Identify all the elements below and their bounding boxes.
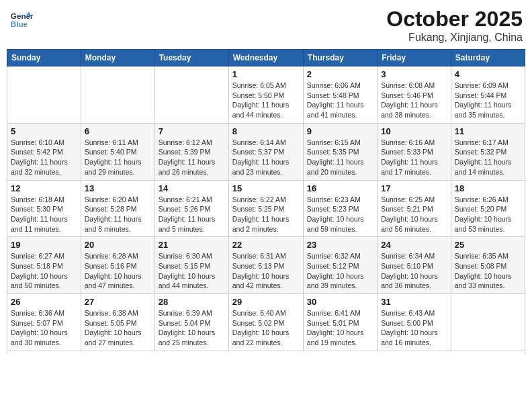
location: Fukang, Xinjiang, China <box>386 32 523 44</box>
day-number: 15 <box>232 183 300 193</box>
day-info: Sunrise: 6:26 AMSunset: 5:20 PMDaylight:… <box>455 195 521 234</box>
weekday-header-monday: Monday <box>81 50 154 66</box>
day-number: 29 <box>232 297 300 307</box>
day-info: Sunrise: 6:38 AMSunset: 5:05 PMDaylight:… <box>85 308 151 348</box>
weekday-header-thursday: Thursday <box>303 50 377 66</box>
day-info: Sunrise: 6:06 AMSunset: 5:48 PMDaylight:… <box>307 81 373 120</box>
day-info: Sunrise: 6:40 AMSunset: 5:02 PMDaylight:… <box>232 308 300 348</box>
calendar-cell: 1Sunrise: 6:05 AMSunset: 5:50 PMDaylight… <box>228 66 303 124</box>
weekday-header-tuesday: Tuesday <box>154 50 228 66</box>
calendar-week-4: 19Sunrise: 6:27 AMSunset: 5:18 PMDayligh… <box>7 237 525 294</box>
day-info: Sunrise: 6:23 AMSunset: 5:23 PMDaylight:… <box>307 195 373 234</box>
day-info: Sunrise: 6:08 AMSunset: 5:46 PMDaylight:… <box>381 81 447 120</box>
day-number: 11 <box>455 126 521 136</box>
weekday-header-saturday: Saturday <box>451 50 525 66</box>
weekday-header-row: SundayMondayTuesdayWednesdayThursdayFrid… <box>7 50 525 66</box>
calendar-cell: 14Sunrise: 6:21 AMSunset: 5:26 PMDayligh… <box>154 180 228 237</box>
calendar-cell: 2Sunrise: 6:06 AMSunset: 5:48 PMDaylight… <box>303 66 377 124</box>
day-info: Sunrise: 6:32 AMSunset: 5:12 PMDaylight:… <box>307 251 373 291</box>
day-info: Sunrise: 6:11 AMSunset: 5:40 PMDaylight:… <box>85 138 151 177</box>
day-info: Sunrise: 6:27 AMSunset: 5:18 PMDaylight:… <box>11 251 77 291</box>
day-info: Sunrise: 6:25 AMSunset: 5:21 PMDaylight:… <box>381 195 447 234</box>
day-number: 20 <box>85 240 151 250</box>
day-info: Sunrise: 6:21 AMSunset: 5:26 PMDaylight:… <box>159 195 225 234</box>
calendar-cell: 22Sunrise: 6:31 AMSunset: 5:13 PMDayligh… <box>228 237 303 294</box>
calendar-cell: 24Sunrise: 6:34 AMSunset: 5:10 PMDayligh… <box>378 237 451 294</box>
day-info: Sunrise: 6:36 AMSunset: 5:07 PMDaylight:… <box>11 308 77 348</box>
title-block: October 2025 Fukang, Xinjiang, China <box>386 7 523 44</box>
svg-text:Blue: Blue <box>11 19 28 28</box>
logo: General Blue <box>9 7 34 31</box>
calendar-cell: 4Sunrise: 6:09 AMSunset: 5:44 PMDaylight… <box>451 66 525 124</box>
day-info: Sunrise: 6:39 AMSunset: 5:04 PMDaylight:… <box>159 308 225 348</box>
day-number: 5 <box>11 126 77 136</box>
calendar-cell: 28Sunrise: 6:39 AMSunset: 5:04 PMDayligh… <box>154 294 228 351</box>
calendar-cell: 23Sunrise: 6:32 AMSunset: 5:12 PMDayligh… <box>303 237 377 294</box>
day-info: Sunrise: 6:12 AMSunset: 5:39 PMDaylight:… <box>159 138 225 177</box>
day-number: 31 <box>381 297 447 307</box>
calendar-cell: 12Sunrise: 6:18 AMSunset: 5:30 PMDayligh… <box>7 180 81 237</box>
weekday-header-friday: Friday <box>378 50 451 66</box>
day-info: Sunrise: 6:15 AMSunset: 5:35 PMDaylight:… <box>307 138 373 177</box>
day-number: 25 <box>455 240 521 250</box>
day-info: Sunrise: 6:22 AMSunset: 5:25 PMDaylight:… <box>232 195 300 234</box>
day-number: 19 <box>11 240 77 250</box>
calendar-cell: 15Sunrise: 6:22 AMSunset: 5:25 PMDayligh… <box>228 180 303 237</box>
day-number: 7 <box>159 126 225 136</box>
day-info: Sunrise: 6:16 AMSunset: 5:33 PMDaylight:… <box>381 138 447 177</box>
calendar-cell: 25Sunrise: 6:35 AMSunset: 5:08 PMDayligh… <box>451 237 525 294</box>
day-number: 17 <box>381 183 447 193</box>
calendar-week-3: 12Sunrise: 6:18 AMSunset: 5:30 PMDayligh… <box>7 180 525 237</box>
calendar-cell <box>81 66 154 124</box>
day-number: 21 <box>159 240 225 250</box>
calendar-cell: 20Sunrise: 6:28 AMSunset: 5:16 PMDayligh… <box>81 237 154 294</box>
calendar-cell: 5Sunrise: 6:10 AMSunset: 5:42 PMDaylight… <box>7 123 81 180</box>
calendar-cell: 7Sunrise: 6:12 AMSunset: 5:39 PMDaylight… <box>154 123 228 180</box>
calendar-cell: 11Sunrise: 6:17 AMSunset: 5:32 PMDayligh… <box>451 123 525 180</box>
calendar-cell: 30Sunrise: 6:41 AMSunset: 5:01 PMDayligh… <box>303 294 377 351</box>
day-info: Sunrise: 6:30 AMSunset: 5:15 PMDaylight:… <box>159 251 225 291</box>
day-info: Sunrise: 6:18 AMSunset: 5:30 PMDaylight:… <box>11 195 77 234</box>
day-number: 24 <box>381 240 447 250</box>
day-info: Sunrise: 6:10 AMSunset: 5:42 PMDaylight:… <box>11 138 77 177</box>
calendar-cell: 8Sunrise: 6:14 AMSunset: 5:37 PMDaylight… <box>228 123 303 180</box>
calendar-table: SundayMondayTuesdayWednesdayThursdayFrid… <box>7 49 525 351</box>
calendar-week-1: 1Sunrise: 6:05 AMSunset: 5:50 PMDaylight… <box>7 66 525 124</box>
day-number: 1 <box>232 69 300 79</box>
day-info: Sunrise: 6:28 AMSunset: 5:16 PMDaylight:… <box>85 251 151 291</box>
calendar-cell: 16Sunrise: 6:23 AMSunset: 5:23 PMDayligh… <box>303 180 377 237</box>
day-number: 26 <box>11 297 77 307</box>
day-number: 4 <box>455 69 521 79</box>
day-info: Sunrise: 6:31 AMSunset: 5:13 PMDaylight:… <box>232 251 300 291</box>
calendar-cell <box>154 66 228 124</box>
day-number: 18 <box>455 183 521 193</box>
day-info: Sunrise: 6:41 AMSunset: 5:01 PMDaylight:… <box>307 308 373 348</box>
day-number: 6 <box>85 126 151 136</box>
calendar-cell: 17Sunrise: 6:25 AMSunset: 5:21 PMDayligh… <box>378 180 451 237</box>
calendar-cell: 3Sunrise: 6:08 AMSunset: 5:46 PMDaylight… <box>378 66 451 124</box>
calendar-cell: 18Sunrise: 6:26 AMSunset: 5:20 PMDayligh… <box>451 180 525 237</box>
day-number: 10 <box>381 126 447 136</box>
calendar-week-5: 26Sunrise: 6:36 AMSunset: 5:07 PMDayligh… <box>7 294 525 351</box>
day-number: 12 <box>11 183 77 193</box>
day-number: 14 <box>159 183 225 193</box>
day-info: Sunrise: 6:05 AMSunset: 5:50 PMDaylight:… <box>232 81 300 120</box>
calendar-cell: 19Sunrise: 6:27 AMSunset: 5:18 PMDayligh… <box>7 237 81 294</box>
calendar-cell: 13Sunrise: 6:20 AMSunset: 5:28 PMDayligh… <box>81 180 154 237</box>
calendar-cell: 10Sunrise: 6:16 AMSunset: 5:33 PMDayligh… <box>378 123 451 180</box>
calendar-cell: 31Sunrise: 6:43 AMSunset: 5:00 PMDayligh… <box>378 294 451 351</box>
day-info: Sunrise: 6:20 AMSunset: 5:28 PMDaylight:… <box>85 195 151 234</box>
day-info: Sunrise: 6:35 AMSunset: 5:08 PMDaylight:… <box>455 251 521 291</box>
calendar-cell <box>451 294 525 351</box>
calendar-cell: 27Sunrise: 6:38 AMSunset: 5:05 PMDayligh… <box>81 294 154 351</box>
day-number: 13 <box>85 183 151 193</box>
day-info: Sunrise: 6:34 AMSunset: 5:10 PMDaylight:… <box>381 251 447 291</box>
calendar-cell <box>7 66 81 124</box>
day-info: Sunrise: 6:17 AMSunset: 5:32 PMDaylight:… <box>455 138 521 177</box>
calendar-cell: 6Sunrise: 6:11 AMSunset: 5:40 PMDaylight… <box>81 123 154 180</box>
calendar-cell: 9Sunrise: 6:15 AMSunset: 5:35 PMDaylight… <box>303 123 377 180</box>
day-number: 9 <box>307 126 373 136</box>
weekday-header-wednesday: Wednesday <box>228 50 303 66</box>
day-number: 8 <box>232 126 300 136</box>
weekday-header-sunday: Sunday <box>7 50 81 66</box>
